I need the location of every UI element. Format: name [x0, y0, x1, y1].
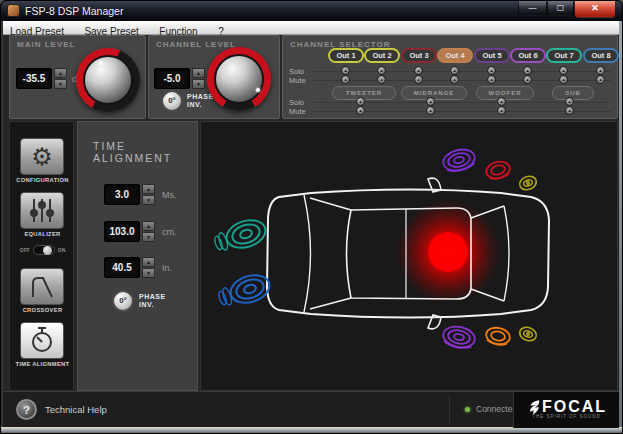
- speaker-midbass-top[interactable]: [441, 146, 477, 174]
- stopwatch-icon: [21, 323, 63, 358]
- solo-button-out-8[interactable]: ▴: [596, 66, 605, 75]
- ta-phase-label: PHASE INV.: [139, 293, 166, 309]
- caret-icon: ▴: [524, 76, 531, 83]
- channel-phase-invert-button[interactable]: 0°: [161, 90, 183, 112]
- speaker-woofer-left-rear[interactable]: [216, 270, 273, 311]
- mute-button-sub[interactable]: ▴: [565, 106, 574, 115]
- distance-in-value[interactable]: 40.5: [104, 257, 140, 278]
- caret-icon: ▴: [357, 107, 364, 114]
- main-level-value[interactable]: -35.5: [16, 68, 52, 89]
- channel-level-step-up[interactable]: ▲: [192, 68, 205, 78]
- solo-button-out-5[interactable]: ▴: [487, 66, 496, 75]
- caret-icon: ▴: [357, 98, 364, 105]
- out-channel-button-4[interactable]: Out 4: [437, 48, 473, 63]
- caret-icon: ▴: [342, 67, 349, 74]
- title-bar[interactable]: FSP-8 DSP Manager — ▢ ✕: [1, 1, 622, 21]
- solo-button-out-4[interactable]: ▴: [450, 66, 459, 75]
- mute-button-out-1[interactable]: ▴: [341, 75, 350, 84]
- caret-icon: ▴: [597, 67, 604, 74]
- out-channel-button-8[interactable]: Out 8: [583, 48, 619, 63]
- distance-cm-value[interactable]: 103.0: [104, 221, 140, 242]
- mute-row2-label: Mute: [289, 107, 313, 116]
- equalizer-toggle[interactable]: [33, 245, 55, 255]
- gear-icon: ⚙: [31, 143, 53, 170]
- channel-level-value[interactable]: -5.0: [154, 68, 190, 89]
- delay-ms-step-down[interactable]: ▼: [142, 195, 155, 205]
- main-level-title: MAIN LEVEL: [17, 40, 75, 49]
- maximize-button[interactable]: ▢: [547, 1, 574, 16]
- out-channel-button-1[interactable]: Out 1: [328, 48, 364, 63]
- configuration-label: CONFIGURATION: [10, 177, 75, 183]
- sidebar-item-crossover[interactable]: [20, 268, 64, 305]
- distance-in-step-down[interactable]: ▼: [142, 268, 155, 278]
- toggle-on-label: ON: [58, 247, 66, 253]
- solo-button-out-1[interactable]: ▴: [341, 66, 350, 75]
- out-channel-button-7[interactable]: Out 7: [546, 48, 582, 63]
- solo-button-tweeter[interactable]: ▴: [356, 97, 365, 106]
- sidebar-item-time-alignment[interactable]: [20, 322, 64, 359]
- mute-button-woofer[interactable]: ▴: [497, 106, 506, 115]
- speaker-tweeter-top[interactable]: [518, 174, 538, 192]
- main-level-knob-pointer: [99, 61, 103, 65]
- distance-in-step-up[interactable]: ▲: [142, 257, 155, 267]
- solo-button-out-7[interactable]: ▴: [559, 66, 568, 75]
- out-channel-button-6[interactable]: Out 6: [510, 48, 546, 63]
- solo-button-sub[interactable]: ▴: [565, 97, 574, 106]
- sidebar-item-equalizer[interactable]: [20, 192, 64, 229]
- speaker-tweeter-bottom[interactable]: [518, 325, 538, 343]
- channel-level-knob[interactable]: [207, 47, 271, 111]
- mute-button-out-7[interactable]: ▴: [559, 75, 568, 84]
- main-level-stepper: ▲ ▼: [54, 68, 67, 89]
- out-channel-button-3[interactable]: Out 3: [401, 48, 437, 63]
- distance-cm-step-up[interactable]: ▲: [142, 221, 155, 231]
- car-view-panel: [200, 121, 618, 391]
- solo-button-midrange[interactable]: ▴: [426, 97, 435, 106]
- technical-help-label[interactable]: Technical Help: [45, 404, 107, 415]
- close-button[interactable]: ✕: [574, 1, 616, 18]
- speaker-midbass-bottom[interactable]: [441, 324, 477, 351]
- speaker-midrange-bottom[interactable]: [484, 326, 511, 347]
- solo-button-out-2[interactable]: ▴: [377, 66, 386, 75]
- mute-button-tweeter[interactable]: ▴: [356, 106, 365, 115]
- minimize-button[interactable]: —: [518, 1, 547, 16]
- mute-button-out-2[interactable]: ▴: [377, 75, 386, 84]
- caret-icon: ▴: [488, 76, 495, 83]
- channel-level-stepper: ▲ ▼: [192, 68, 205, 89]
- out-channel-button-5[interactable]: Out 5: [474, 48, 510, 63]
- caret-icon: ▴: [560, 67, 567, 74]
- caret-icon: ▴: [378, 67, 385, 74]
- menu-bar: Load Preset Save Preset Function ?: [2, 21, 623, 35]
- mute-button-out-4[interactable]: ▴: [450, 75, 459, 84]
- mute-button-out-6[interactable]: ▴: [523, 75, 532, 84]
- distance-in-stepper: ▲ ▼: [142, 257, 155, 278]
- solo-button-out-6[interactable]: ▴: [523, 66, 532, 75]
- time-alignment-title: TIME ALIGNMENT: [93, 140, 197, 164]
- main-level-step-up[interactable]: ▲: [54, 68, 67, 78]
- channel-level-step-down[interactable]: ▼: [192, 79, 205, 89]
- main-level-step-down[interactable]: ▼: [54, 79, 67, 89]
- window-title: FSP-8 DSP Manager: [25, 5, 123, 17]
- distance-cm-step-down[interactable]: ▼: [142, 232, 155, 242]
- mute-button-out-5[interactable]: ▴: [487, 75, 496, 84]
- caret-icon: ▴: [342, 76, 349, 83]
- solo-button-woofer[interactable]: ▴: [497, 97, 506, 106]
- equalizer-label: EQUALIZER: [10, 231, 75, 237]
- caret-icon: ▴: [566, 107, 573, 114]
- main-level-knob[interactable]: [76, 48, 140, 112]
- mute-button-midrange[interactable]: ▴: [426, 106, 435, 115]
- sidebar-item-configuration[interactable]: ⚙: [20, 138, 64, 175]
- delay-ms-step-up[interactable]: ▲: [142, 184, 155, 194]
- solo-row1-label: Solo: [289, 67, 313, 76]
- help-icon[interactable]: ?: [16, 399, 37, 420]
- ta-phase-invert-button[interactable]: 0°: [112, 290, 134, 312]
- crossover-label: CROSSOVER: [10, 307, 75, 313]
- crossover-icon: [21, 269, 63, 304]
- delay-ms-value[interactable]: 3.0: [104, 184, 140, 205]
- mute-button-out-8[interactable]: ▴: [596, 75, 605, 84]
- speaker-midrange-top[interactable]: [484, 159, 511, 181]
- speaker-woofer-left-front[interactable]: [212, 215, 269, 256]
- solo-button-out-3[interactable]: ▴: [414, 66, 423, 75]
- channel-level-knob-face: [214, 54, 264, 104]
- mute-button-out-3[interactable]: ▴: [414, 75, 423, 84]
- out-channel-button-2[interactable]: Out 2: [364, 48, 400, 63]
